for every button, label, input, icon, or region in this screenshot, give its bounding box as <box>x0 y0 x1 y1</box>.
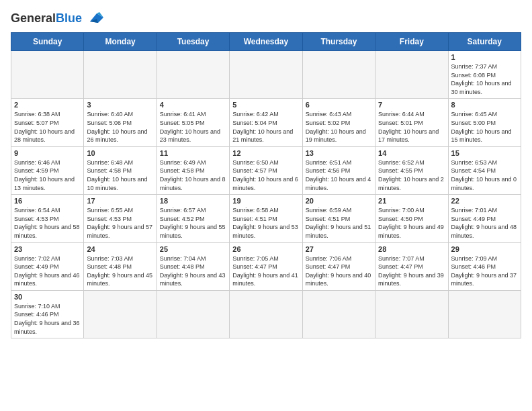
day-header-saturday: Saturday <box>448 33 521 51</box>
calendar-cell: 3Sunrise: 6:40 AM Sunset: 5:06 PM Daylig… <box>84 99 157 146</box>
day-info: Sunrise: 6:54 AM Sunset: 4:53 PM Dayligh… <box>14 206 81 240</box>
day-info: Sunrise: 7:10 AM Sunset: 4:46 PM Dayligh… <box>14 302 81 336</box>
day-info: Sunrise: 6:50 AM Sunset: 4:57 PM Dayligh… <box>232 158 299 192</box>
day-number: 9 <box>14 149 81 157</box>
day-number: 14 <box>378 149 445 157</box>
calendar-cell: 16Sunrise: 6:54 AM Sunset: 4:53 PM Dayli… <box>11 195 84 242</box>
calendar-cell: 26Sunrise: 7:05 AM Sunset: 4:47 PM Dayli… <box>230 242 302 290</box>
day-number: 28 <box>378 245 445 253</box>
calendar-cell: 25Sunrise: 7:04 AM Sunset: 4:48 PM Dayli… <box>157 242 229 290</box>
calendar-week-row: 23Sunrise: 7:02 AM Sunset: 4:49 PM Dayli… <box>11 242 521 290</box>
calendar-header-row: SundayMondayTuesdayWednesdayThursdayFrid… <box>11 33 521 51</box>
calendar-cell: 5Sunrise: 6:42 AM Sunset: 5:04 PM Daylig… <box>230 99 302 146</box>
logo: GeneralBlue <box>11 11 106 26</box>
day-number: 5 <box>232 101 299 109</box>
day-number: 6 <box>306 101 372 109</box>
day-number: 4 <box>160 101 226 109</box>
day-info: Sunrise: 6:52 AM Sunset: 4:55 PM Dayligh… <box>378 158 445 192</box>
calendar-cell: 7Sunrise: 6:44 AM Sunset: 5:01 PM Daylig… <box>375 99 448 146</box>
calendar-cell: 9Sunrise: 6:46 AM Sunset: 4:59 PM Daylig… <box>11 146 84 194</box>
calendar-cell: 20Sunrise: 6:59 AM Sunset: 4:51 PM Dayli… <box>302 195 375 242</box>
day-number: 26 <box>232 245 299 253</box>
calendar-header: SundayMondayTuesdayWednesdayThursdayFrid… <box>11 33 521 51</box>
day-info: Sunrise: 7:05 AM Sunset: 4:47 PM Dayligh… <box>232 255 299 288</box>
calendar-week-row: 1Sunrise: 7:37 AM Sunset: 6:08 PM Daylig… <box>11 51 521 99</box>
calendar-cell: 4Sunrise: 6:41 AM Sunset: 5:05 PM Daylig… <box>157 99 229 146</box>
calendar-week-row: 2Sunrise: 6:38 AM Sunset: 5:07 PM Daylig… <box>11 99 521 146</box>
calendar-cell <box>84 290 157 338</box>
day-info: Sunrise: 7:37 AM Sunset: 6:08 PM Dayligh… <box>451 62 518 96</box>
day-info: Sunrise: 6:45 AM Sunset: 5:00 PM Dayligh… <box>451 110 518 144</box>
day-number: 8 <box>451 101 518 109</box>
day-header-friday: Friday <box>375 33 448 51</box>
day-info: Sunrise: 7:06 AM Sunset: 4:47 PM Dayligh… <box>306 255 372 288</box>
day-number: 16 <box>14 197 81 205</box>
day-info: Sunrise: 7:07 AM Sunset: 4:47 PM Dayligh… <box>378 255 445 288</box>
calendar-cell <box>375 290 448 338</box>
calendar-cell: 18Sunrise: 6:57 AM Sunset: 4:52 PM Dayli… <box>157 195 229 242</box>
calendar-cell: 23Sunrise: 7:02 AM Sunset: 4:49 PM Dayli… <box>11 242 84 290</box>
logo-text: GeneralBlue <box>11 12 82 24</box>
calendar-cell: 11Sunrise: 6:49 AM Sunset: 4:58 PM Dayli… <box>157 146 229 194</box>
page-header: GeneralBlue <box>11 11 521 26</box>
day-info: Sunrise: 6:48 AM Sunset: 4:58 PM Dayligh… <box>87 158 153 192</box>
day-number: 25 <box>160 245 226 253</box>
day-info: Sunrise: 7:02 AM Sunset: 4:49 PM Dayligh… <box>14 255 81 288</box>
calendar-cell <box>157 51 229 99</box>
day-number: 12 <box>232 149 299 157</box>
calendar-table: SundayMondayTuesdayWednesdayThursdayFrid… <box>11 32 521 338</box>
day-info: Sunrise: 6:38 AM Sunset: 5:07 PM Dayligh… <box>14 110 81 144</box>
calendar-cell <box>375 51 448 99</box>
calendar-cell: 1Sunrise: 7:37 AM Sunset: 6:08 PM Daylig… <box>448 51 521 99</box>
day-header-tuesday: Tuesday <box>157 33 229 51</box>
calendar-cell: 14Sunrise: 6:52 AM Sunset: 4:55 PM Dayli… <box>375 146 448 194</box>
calendar-cell <box>11 51 84 99</box>
day-number: 13 <box>306 149 372 157</box>
day-info: Sunrise: 6:44 AM Sunset: 5:01 PM Dayligh… <box>378 110 445 144</box>
day-number: 18 <box>160 197 226 205</box>
day-number: 27 <box>306 245 372 253</box>
calendar-week-row: 16Sunrise: 6:54 AM Sunset: 4:53 PM Dayli… <box>11 195 521 242</box>
day-number: 11 <box>160 149 226 157</box>
day-number: 10 <box>87 149 153 157</box>
day-info: Sunrise: 7:01 AM Sunset: 4:49 PM Dayligh… <box>451 206 518 240</box>
day-number: 15 <box>451 149 518 157</box>
calendar-cell <box>302 51 375 99</box>
calendar-cell: 24Sunrise: 7:03 AM Sunset: 4:48 PM Dayli… <box>84 242 157 290</box>
calendar-cell <box>157 290 229 338</box>
day-info: Sunrise: 6:58 AM Sunset: 4:51 PM Dayligh… <box>232 206 299 240</box>
day-info: Sunrise: 7:09 AM Sunset: 4:46 PM Dayligh… <box>451 255 518 288</box>
calendar-cell <box>230 290 302 338</box>
calendar-week-row: 30Sunrise: 7:10 AM Sunset: 4:46 PM Dayli… <box>11 290 521 338</box>
calendar-cell <box>230 51 302 99</box>
day-info: Sunrise: 6:53 AM Sunset: 4:54 PM Dayligh… <box>451 158 518 192</box>
calendar-body: 1Sunrise: 7:37 AM Sunset: 6:08 PM Daylig… <box>11 51 521 338</box>
calendar-cell: 28Sunrise: 7:07 AM Sunset: 4:47 PM Dayli… <box>375 242 448 290</box>
day-info: Sunrise: 6:49 AM Sunset: 4:58 PM Dayligh… <box>160 158 226 192</box>
calendar-cell: 29Sunrise: 7:09 AM Sunset: 4:46 PM Dayli… <box>448 242 521 290</box>
day-number: 3 <box>87 101 153 109</box>
calendar-cell: 17Sunrise: 6:55 AM Sunset: 4:53 PM Dayli… <box>84 195 157 242</box>
calendar-cell: 27Sunrise: 7:06 AM Sunset: 4:47 PM Dayli… <box>302 242 375 290</box>
day-info: Sunrise: 6:59 AM Sunset: 4:51 PM Dayligh… <box>306 206 372 240</box>
calendar-cell <box>84 51 157 99</box>
calendar-cell: 6Sunrise: 6:43 AM Sunset: 5:02 PM Daylig… <box>302 99 375 146</box>
day-header-monday: Monday <box>84 33 157 51</box>
calendar-cell: 2Sunrise: 6:38 AM Sunset: 5:07 PM Daylig… <box>11 99 84 146</box>
calendar-cell: 13Sunrise: 6:51 AM Sunset: 4:56 PM Dayli… <box>302 146 375 194</box>
day-number: 17 <box>87 197 153 205</box>
day-number: 2 <box>14 101 81 109</box>
calendar-cell: 8Sunrise: 6:45 AM Sunset: 5:00 PM Daylig… <box>448 99 521 146</box>
day-number: 30 <box>14 293 81 301</box>
day-header-wednesday: Wednesday <box>230 33 302 51</box>
day-header-sunday: Sunday <box>11 33 84 51</box>
day-number: 23 <box>14 245 81 253</box>
day-info: Sunrise: 6:55 AM Sunset: 4:53 PM Dayligh… <box>87 206 153 240</box>
calendar-cell: 19Sunrise: 6:58 AM Sunset: 4:51 PM Dayli… <box>230 195 302 242</box>
day-header-thursday: Thursday <box>302 33 375 51</box>
day-info: Sunrise: 6:41 AM Sunset: 5:05 PM Dayligh… <box>160 110 226 144</box>
day-info: Sunrise: 7:00 AM Sunset: 4:50 PM Dayligh… <box>378 206 445 240</box>
day-info: Sunrise: 6:43 AM Sunset: 5:02 PM Dayligh… <box>306 110 372 144</box>
day-info: Sunrise: 6:57 AM Sunset: 4:52 PM Dayligh… <box>160 206 226 240</box>
day-number: 29 <box>451 245 518 253</box>
